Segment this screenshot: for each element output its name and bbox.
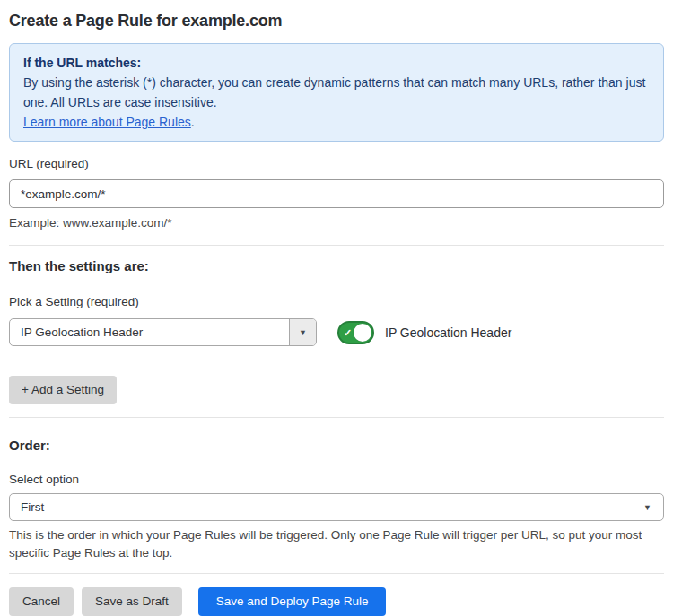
settings-heading: Then the settings are: [9,258,664,274]
divider [9,245,664,246]
order-select[interactable]: First ▼ [9,493,664,521]
select-option-label: Select option [9,473,664,487]
url-matches-info-box: If the URL matches: By using the asteris… [9,43,664,142]
setting-select-arrow-button[interactable]: ▼ [289,319,316,345]
info-box-link-line: Learn more about Page Rules. [23,112,650,132]
info-box-heading: If the URL matches: [23,53,650,73]
chevron-down-icon: ▼ [299,328,307,337]
setting-row: IP Geolocation Header ▼ ✓ IP Geolocation… [9,318,664,346]
save-deploy-button[interactable]: Save and Deploy Page Rule [198,587,387,616]
toggle-knob [354,324,371,342]
setting-select[interactable]: IP Geolocation Header ▼ [9,318,317,346]
order-description: This is the order in which your Page Rul… [9,526,662,562]
info-box-body: By using the asterisk (*) character, you… [23,73,650,112]
cancel-button[interactable]: Cancel [9,587,74,616]
url-input[interactable] [9,179,664,208]
url-example-hint: Example: www.example.com/* [9,214,664,232]
setting-select-value: IP Geolocation Header [10,325,143,339]
link-suffix: . [191,115,195,129]
save-draft-button[interactable]: Save as Draft [82,587,182,616]
add-setting-button[interactable]: + Add a Setting [9,376,117,404]
order-heading: Order: [9,438,664,454]
pick-setting-label: Pick a Setting (required) [9,295,664,309]
footer-actions: Cancel Save as Draft Save and Deploy Pag… [9,587,664,616]
check-icon: ✓ [344,327,352,337]
learn-more-link[interactable]: Learn more about Page Rules [23,115,191,129]
divider [9,417,664,418]
ip-geolocation-toggle[interactable]: ✓ [337,321,374,344]
toggle-label: IP Geolocation Header [385,325,511,340]
create-page-rule-form: Create a Page Rule for example.com If th… [0,12,673,616]
chevron-down-icon: ▼ [643,503,651,512]
order-select-value: First [21,500,44,514]
divider [9,573,664,574]
url-label: URL (required) [9,157,664,171]
page-title: Create a Page Rule for example.com [9,12,664,30]
